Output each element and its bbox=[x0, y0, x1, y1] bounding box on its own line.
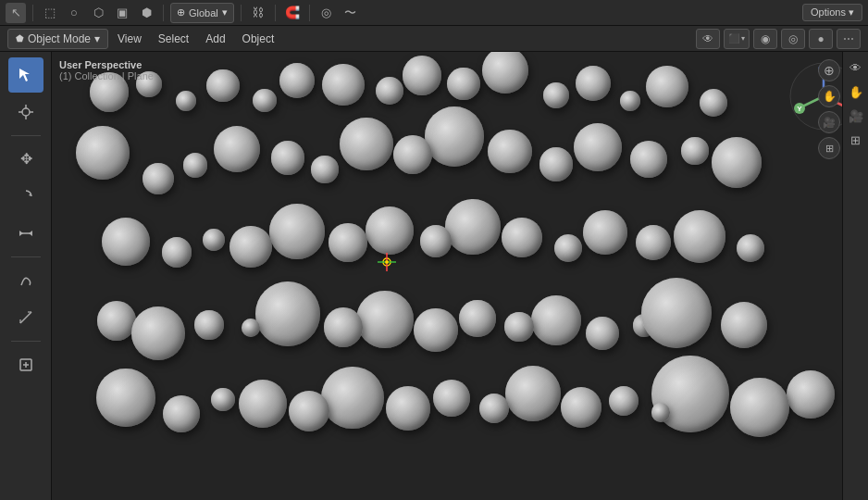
camera-btn[interactable]: 🎥 bbox=[818, 111, 840, 133]
zoom-in-btn[interactable]: ⊕ bbox=[818, 59, 840, 81]
sphere-object[interactable] bbox=[583, 210, 628, 256]
sphere-object[interactable] bbox=[76, 126, 130, 180]
shading-rendered-btn[interactable]: ● bbox=[809, 29, 833, 49]
sphere-object[interactable] bbox=[482, 52, 529, 94]
sphere-object[interactable] bbox=[574, 123, 622, 171]
sphere-object[interactable] bbox=[206, 69, 240, 103]
snap-icon[interactable]: 🧲 bbox=[282, 3, 303, 23]
sphere-object[interactable] bbox=[340, 118, 392, 170]
sphere-object[interactable] bbox=[420, 225, 453, 257]
sphere-object[interactable] bbox=[329, 223, 366, 261]
select-lasso-icon[interactable]: ⬡ bbox=[88, 3, 108, 23]
sphere-object[interactable] bbox=[229, 226, 272, 269]
sphere-object[interactable] bbox=[356, 291, 414, 348]
viewport-shading-icon[interactable]: 👁 bbox=[846, 57, 866, 78]
sphere-object[interactable] bbox=[641, 278, 712, 348]
sphere-object[interactable] bbox=[253, 89, 277, 113]
pan-view-icon[interactable]: ✋ bbox=[846, 81, 866, 102]
sphere-object[interactable] bbox=[269, 204, 325, 259]
options-button[interactable]: Options ▾ bbox=[802, 4, 862, 21]
sphere-object[interactable] bbox=[214, 126, 260, 172]
add-object-tool-btn[interactable] bbox=[8, 347, 43, 382]
sphere-object[interactable] bbox=[255, 281, 319, 345]
sphere-object[interactable] bbox=[321, 367, 383, 429]
move-tool-btn[interactable]: ✥ bbox=[8, 142, 43, 177]
sphere-object[interactable] bbox=[242, 319, 260, 337]
sphere-object[interactable] bbox=[163, 395, 201, 433]
sphere-object[interactable] bbox=[176, 91, 196, 111]
pan-btn[interactable]: ✋ bbox=[818, 85, 840, 107]
sphere-object[interactable] bbox=[403, 56, 442, 95]
global-dropdown[interactable]: ⊕ Global ▾ bbox=[170, 3, 234, 23]
sphere-object[interactable] bbox=[386, 386, 431, 431]
sphere-object[interactable] bbox=[787, 370, 835, 419]
sphere-object[interactable] bbox=[630, 141, 667, 178]
sphere-object[interactable] bbox=[674, 210, 725, 262]
render-view-icon[interactable]: ⊞ bbox=[846, 130, 866, 150]
sphere-object[interactable] bbox=[311, 156, 339, 183]
sphere-object[interactable] bbox=[576, 66, 612, 102]
select-box-icon[interactable]: ⬚ bbox=[40, 3, 60, 23]
sphere-object[interactable] bbox=[561, 387, 601, 428]
sphere-object[interactable] bbox=[531, 295, 581, 345]
sphere-object[interactable] bbox=[376, 77, 404, 106]
menu-object[interactable]: Object bbox=[235, 30, 282, 48]
sphere-object[interactable] bbox=[96, 369, 155, 428]
viewport[interactable]: User Perspective (1) Collection | Plane … bbox=[52, 52, 868, 500]
menu-view[interactable]: View bbox=[110, 30, 149, 48]
sphere-object[interactable] bbox=[203, 229, 225, 251]
shading-material-btn[interactable]: ◎ bbox=[781, 29, 805, 49]
sphere-object[interactable] bbox=[721, 302, 768, 349]
select-tool-btn[interactable] bbox=[8, 57, 43, 93]
cursor-icon[interactable]: ↖ bbox=[6, 3, 26, 23]
sphere-object[interactable] bbox=[414, 308, 457, 352]
mode-selector[interactable]: ⬟ Object Mode ▾ bbox=[7, 29, 108, 49]
sphere-object[interactable] bbox=[131, 306, 186, 361]
link-icon[interactable]: ⛓ bbox=[248, 3, 268, 23]
sphere-object[interactable] bbox=[681, 137, 708, 164]
wave-icon[interactable]: 〜 bbox=[341, 3, 361, 23]
sphere-object[interactable] bbox=[322, 64, 365, 106]
sphere-object[interactable] bbox=[730, 378, 789, 437]
sphere-object[interactable] bbox=[143, 163, 174, 194]
select-circle-icon[interactable]: ○ bbox=[64, 3, 84, 23]
sphere-object[interactable] bbox=[502, 218, 541, 257]
sphere-object[interactable] bbox=[504, 312, 533, 341]
camera-view-icon[interactable]: 🎥 bbox=[846, 106, 866, 126]
sphere-object[interactable] bbox=[183, 153, 207, 177]
sphere-object[interactable] bbox=[700, 89, 728, 118]
sphere-object[interactable] bbox=[279, 63, 316, 99]
sphere-object[interactable] bbox=[433, 380, 470, 417]
menu-select[interactable]: Select bbox=[151, 30, 196, 48]
sphere-object[interactable] bbox=[479, 394, 509, 423]
sphere-object[interactable] bbox=[737, 234, 764, 262]
sphere-object[interactable] bbox=[554, 234, 582, 262]
rotate-tool-btn[interactable] bbox=[8, 179, 43, 214]
sphere-object[interactable] bbox=[102, 218, 150, 266]
sphere-object[interactable] bbox=[712, 137, 763, 188]
menu-add[interactable]: Add bbox=[198, 30, 232, 48]
sphere-object[interactable] bbox=[539, 147, 574, 181]
sphere-object[interactable] bbox=[393, 135, 432, 174]
sphere-object[interactable] bbox=[636, 225, 671, 260]
viewport-overlay-icon[interactable]: 👁 bbox=[696, 29, 720, 49]
sphere-object[interactable] bbox=[271, 141, 305, 175]
sphere-object[interactable] bbox=[289, 391, 329, 431]
shading-solid-btn[interactable]: ◉ bbox=[753, 29, 777, 49]
scale-tool-btn[interactable] bbox=[8, 216, 43, 251]
sphere-object[interactable] bbox=[366, 206, 414, 255]
sphere-object[interactable] bbox=[609, 386, 639, 416]
sphere-object[interactable] bbox=[194, 310, 223, 339]
annotate-tool-btn[interactable] bbox=[8, 263, 43, 298]
sphere-object[interactable] bbox=[459, 300, 495, 336]
sphere-object[interactable] bbox=[586, 317, 619, 350]
sphere-object[interactable] bbox=[97, 301, 137, 341]
shading-extra-btn[interactable]: ⋯ bbox=[837, 29, 861, 49]
tweak-icon[interactable]: ▣ bbox=[112, 3, 132, 23]
sphere-object[interactable] bbox=[543, 82, 570, 109]
sphere-object[interactable] bbox=[620, 91, 640, 111]
sphere-object[interactable] bbox=[505, 366, 561, 421]
measure-tool-btn[interactable] bbox=[8, 300, 43, 335]
sphere-object[interactable] bbox=[646, 66, 688, 108]
sphere-object[interactable] bbox=[162, 237, 192, 268]
